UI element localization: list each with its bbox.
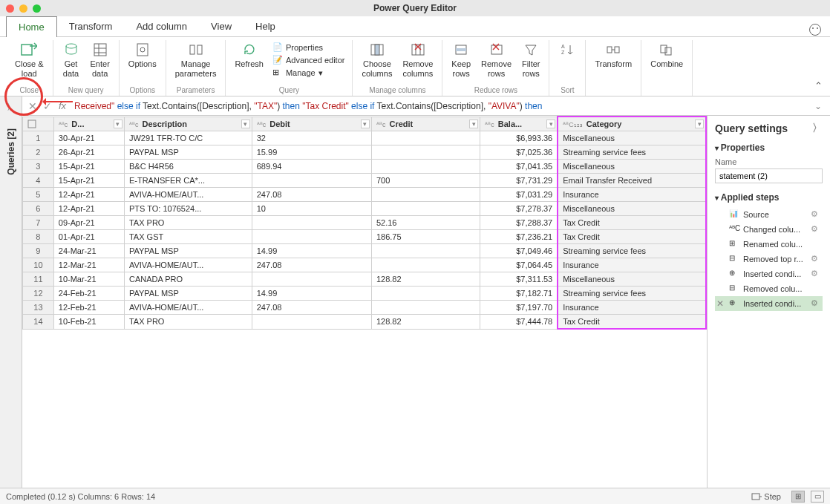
table-cell[interactable]: 26-Apr-21 <box>53 145 124 160</box>
table-cell[interactable]: 15-Apr-21 <box>53 174 124 188</box>
data-grid[interactable]: ᴬᴮc D...▾ᴬᴮc Description▾ᴬᴮc Debit▾ᴬᴮc C… <box>22 116 707 504</box>
row-number[interactable]: 3 <box>23 160 54 174</box>
table-cell[interactable]: 689.94 <box>252 160 371 174</box>
table-cell[interactable] <box>371 244 480 258</box>
table-cell[interactable]: 30-Apr-21 <box>53 131 124 145</box>
remove-columns-button[interactable]: Remove columns <box>398 40 437 80</box>
table-cell[interactable]: E-TRANSFER CA*... <box>124 174 252 188</box>
table-cell[interactable]: 52.16 <box>371 216 480 230</box>
table-cell[interactable]: AVIVA-HOME/AUT... <box>124 301 252 315</box>
filter-rows-button[interactable]: Filter rows <box>517 40 544 80</box>
table-cell[interactable]: 14.99 <box>252 244 371 258</box>
table-cell[interactable]: Streaming service fees <box>558 145 706 160</box>
table-cell[interactable]: 247.08 <box>252 258 371 272</box>
column-filter-icon[interactable]: ▾ <box>695 120 704 128</box>
table-cell[interactable]: AVIVA-HOME/AUT... <box>124 188 252 202</box>
table-cell[interactable] <box>252 230 371 244</box>
table-cell[interactable] <box>371 202 480 216</box>
step-button[interactable]: Step <box>747 490 785 503</box>
table-cell[interactable]: TAX PRO <box>124 216 252 230</box>
gear-icon[interactable]: ⚙ <box>811 298 821 309</box>
gear-icon[interactable]: ⚙ <box>811 209 821 220</box>
remove-rows-button[interactable]: Remove rows <box>477 40 516 80</box>
table-cell[interactable]: TAX GST <box>124 230 252 244</box>
column-filter-icon[interactable]: ▾ <box>361 120 370 128</box>
queries-sidebar[interactable]: 〉 Queries [2] <box>0 96 22 504</box>
properties-button[interactable]: 📄Properties <box>269 42 348 53</box>
table-cell[interactable]: 24-Mar-21 <box>53 244 124 258</box>
keep-rows-button[interactable]: Keep rows <box>447 40 475 80</box>
table-cell[interactable]: $7,731.29 <box>480 174 558 188</box>
row-number[interactable]: 13 <box>23 301 54 315</box>
table-cell[interactable]: 12-Apr-21 <box>53 188 124 202</box>
delete-step-icon[interactable]: ✕ <box>716 298 725 309</box>
gear-icon[interactable]: ⚙ <box>811 254 821 264</box>
table-cell[interactable] <box>252 272 371 287</box>
formula-input[interactable]: Received" else if Text.Contains([Descrip… <box>70 101 809 111</box>
column-filter-icon[interactable]: ▾ <box>469 120 478 128</box>
table-cell[interactable]: PTS TO: 1076524... <box>124 202 252 216</box>
row-number[interactable]: 8 <box>23 230 54 244</box>
table-cell[interactable]: 15-Apr-21 <box>53 160 124 174</box>
table-cell[interactable]: 10-Feb-21 <box>53 315 124 330</box>
options-button[interactable]: Options <box>124 40 161 71</box>
gear-icon[interactable]: ⚙ <box>811 224 821 235</box>
table-cell[interactable] <box>371 258 480 272</box>
close-window-icon[interactable] <box>6 4 14 13</box>
table-cell[interactable]: 32 <box>252 131 371 145</box>
advanced-editor-button[interactable]: 📝Advanced editor <box>269 54 348 66</box>
transform-button[interactable]: Transform <box>590 40 636 71</box>
table-cell[interactable]: 247.08 <box>252 188 371 202</box>
table-cell[interactable]: 14.99 <box>252 287 371 301</box>
properties-section[interactable]: Properties <box>715 143 823 153</box>
applied-step[interactable]: ⊕Inserted condi...⚙ <box>715 266 823 281</box>
column-filter-icon[interactable]: ▾ <box>241 120 250 128</box>
table-cell[interactable]: 15.99 <box>252 145 371 160</box>
enter-data-button[interactable]: Enter data <box>86 40 114 80</box>
table-cell[interactable] <box>371 145 480 160</box>
table-cell[interactable] <box>252 174 371 188</box>
column-header[interactable]: ᴬᴮC₁₂₃ Category▾ <box>558 117 706 131</box>
row-number[interactable]: 14 <box>23 315 54 330</box>
row-number[interactable]: 6 <box>23 202 54 216</box>
column-header[interactable]: ᴬᴮc Description▾ <box>124 117 252 131</box>
table-cell[interactable]: 700 <box>371 174 480 188</box>
table-cell[interactable]: B&C H4R56 <box>124 160 252 174</box>
refresh-button[interactable]: Refresh <box>230 40 268 79</box>
manage-button[interactable]: ⊞Manage ▾ <box>269 67 348 79</box>
tab-home[interactable]: Home <box>6 16 57 38</box>
settings-expand-icon[interactable]: 〉 <box>812 122 823 135</box>
column-filter-icon[interactable]: ▾ <box>114 120 122 128</box>
table-cell[interactable]: $7,311.53 <box>480 272 558 287</box>
table-cell[interactable]: 12-Feb-21 <box>53 301 124 315</box>
row-number[interactable]: 12 <box>23 287 54 301</box>
feedback-icon[interactable] <box>809 24 821 36</box>
ribbon-collapse-icon[interactable]: ⌃ <box>814 80 823 91</box>
table-cell[interactable]: 12-Mar-21 <box>53 258 124 272</box>
row-number[interactable]: 9 <box>23 244 54 258</box>
table-cell[interactable]: $7,236.21 <box>480 230 558 244</box>
table-cell[interactable] <box>371 301 480 315</box>
table-cell[interactable]: 247.08 <box>252 301 371 315</box>
select-all-cell[interactable] <box>23 117 54 131</box>
table-cell[interactable]: $7,064.45 <box>480 258 558 272</box>
table-cell[interactable] <box>371 188 480 202</box>
table-cell[interactable]: $7,288.37 <box>480 216 558 230</box>
column-header[interactable]: ᴬᴮc Debit▾ <box>252 117 371 131</box>
table-cell[interactable]: Email Transfer Received <box>558 174 706 188</box>
column-filter-icon[interactable]: ▾ <box>546 120 555 128</box>
tab-add-column[interactable]: Add column <box>124 16 199 36</box>
table-cell[interactable] <box>252 216 371 230</box>
table-cell[interactable]: $6,993.36 <box>480 131 558 145</box>
table-cell[interactable]: 128.82 <box>371 272 480 287</box>
table-cell[interactable]: PAYPAL MSP <box>124 287 252 301</box>
expand-queries-icon[interactable]: 〉 <box>7 101 16 114</box>
table-cell[interactable]: Tax Credit <box>558 230 706 244</box>
row-number[interactable]: 5 <box>23 188 54 202</box>
table-cell[interactable]: 128.82 <box>371 315 480 330</box>
table-cell[interactable]: 01-Apr-21 <box>53 230 124 244</box>
row-number[interactable]: 4 <box>23 174 54 188</box>
table-cell[interactable]: Miscellaneous <box>558 272 706 287</box>
choose-columns-button[interactable]: Choose columns <box>357 40 396 80</box>
table-cell[interactable]: 186.75 <box>371 230 480 244</box>
